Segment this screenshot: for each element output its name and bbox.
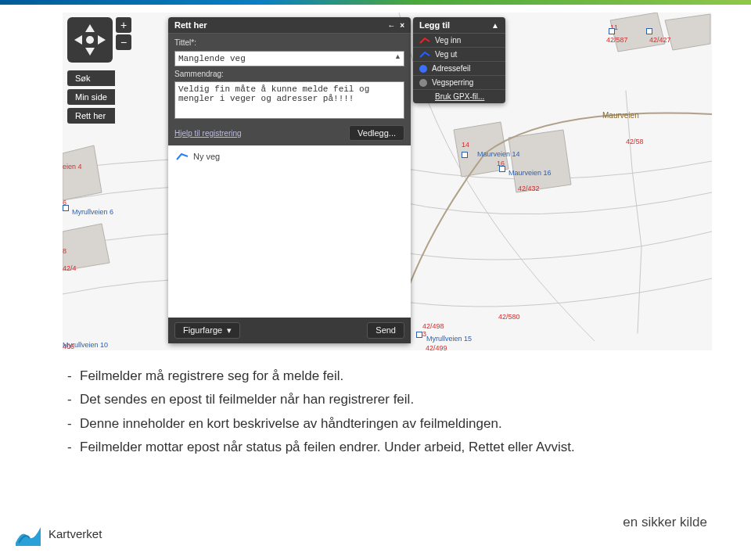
parcel-label: 42/4 (63, 264, 77, 272)
pan-control[interactable] (67, 17, 113, 63)
drawing-canvas[interactable]: Ny veg (168, 145, 411, 318)
tagline: en sikker kilde (623, 515, 707, 530)
svg-marker-7 (85, 48, 95, 56)
top-gradient-bar (0, 0, 751, 5)
parcel-label: 42/498 (422, 322, 444, 330)
help-link[interactable]: Hjelp til registrering (174, 129, 242, 138)
report-panel-title: Rett her (174, 20, 207, 30)
add-panel-title: Legg til (419, 20, 450, 30)
menu-search[interactable]: Søk (67, 70, 115, 86)
zoom-controls: + − (116, 17, 131, 50)
add-veg-inn[interactable]: Veg inn (413, 34, 505, 48)
map-marker[interactable] (646, 28, 652, 34)
attachment-button[interactable]: Vedlegg... (349, 125, 404, 141)
report-panel: Rett her ← × Tittel*: ▲ Sammendrag: Veld… (168, 17, 411, 343)
map-viewport[interactable]: + − Søk Min side Rett her Rett her ← × T… (63, 13, 712, 350)
address-label: Myrullveien 6 (72, 208, 113, 216)
zoom-out-button[interactable]: − (116, 34, 131, 50)
summary-input[interactable]: Veldig fin måte å kunne melde feil og me… (174, 81, 404, 119)
kartverket-icon (14, 519, 42, 547)
add-vegsperring[interactable]: Vegsperring (413, 76, 505, 90)
menu-my-page[interactable]: Min side (67, 89, 115, 105)
map-marker[interactable] (63, 205, 69, 211)
svg-marker-4 (610, 13, 665, 52)
figure-color-button[interactable]: Figurfarge ▾ (174, 322, 240, 339)
bullet-item: Det sendes en epost til feilmelder når h… (63, 389, 704, 410)
add-panel: Legg til ▲ Veg inn Veg ut Adressefeil Ve… (413, 17, 505, 103)
address-label: Maurveien 14 (477, 150, 520, 158)
new-road-layer[interactable]: Ny veg (176, 152, 220, 161)
parcel-label: 14 (462, 141, 469, 149)
parcel-label: 406 (63, 343, 74, 350)
bullet-item: Feilmelder må registrere seg for å melde… (63, 366, 704, 386)
parcel-label: 42/432 (518, 185, 540, 192)
title-label: Tittel*: (174, 38, 404, 47)
parcel-label: 42/499 (426, 344, 447, 350)
summary-label: Sammendrag: (174, 70, 404, 78)
svg-marker-9 (98, 35, 106, 45)
add-adressefeil[interactable]: Adressefeil (413, 62, 505, 76)
svg-marker-1 (63, 224, 110, 271)
add-veg-ut[interactable]: Veg ut (413, 48, 505, 62)
add-gpx-file[interactable]: Bruk GPX-fil... (413, 90, 505, 103)
bullet-item: Feilmelder mottar epost når status på fe… (63, 437, 704, 458)
parcel-label: 8 (63, 247, 66, 255)
svg-marker-6 (85, 24, 95, 32)
menu-report-here[interactable]: Rett her (67, 108, 115, 124)
map-marker[interactable] (462, 152, 468, 158)
map-marker[interactable] (499, 166, 505, 172)
svg-marker-8 (74, 35, 82, 45)
svg-marker-0 (63, 145, 102, 200)
brand-name: Kartverket (49, 527, 102, 540)
brand-logo: Kartverket (14, 519, 102, 547)
map-marker[interactable] (416, 332, 422, 338)
svg-point-10 (86, 36, 94, 44)
svg-marker-5 (665, 14, 710, 50)
parcel-label: 42/580 (498, 313, 520, 321)
parcel-label: 42/427 (649, 36, 671, 44)
parcel-label: 42/58 (626, 138, 644, 145)
collapse-icon[interactable]: ▲ (491, 21, 499, 30)
map-marker[interactable] (609, 28, 615, 34)
collapse-icon[interactable]: ← (387, 21, 395, 30)
side-menu: Søk Min side Rett her (67, 70, 115, 124)
send-button[interactable]: Send (367, 322, 404, 339)
bullet-item: Denne inneholder en kort beskrivelse av … (63, 414, 704, 434)
zoom-in-button[interactable]: + (116, 17, 131, 33)
svg-marker-3 (508, 130, 571, 192)
parcel-label: eien 4 (63, 163, 82, 171)
street-label: Maurveien (602, 111, 639, 120)
bullet-list: Feilmelder må registrere seg for å melde… (63, 366, 704, 461)
address-label: Maurveien 16 (508, 169, 552, 177)
close-icon[interactable]: × (400, 21, 404, 30)
title-input[interactable] (174, 51, 404, 66)
address-label: Myrullveien 15 (426, 335, 472, 343)
parcel-label: 42/587 (606, 36, 628, 44)
